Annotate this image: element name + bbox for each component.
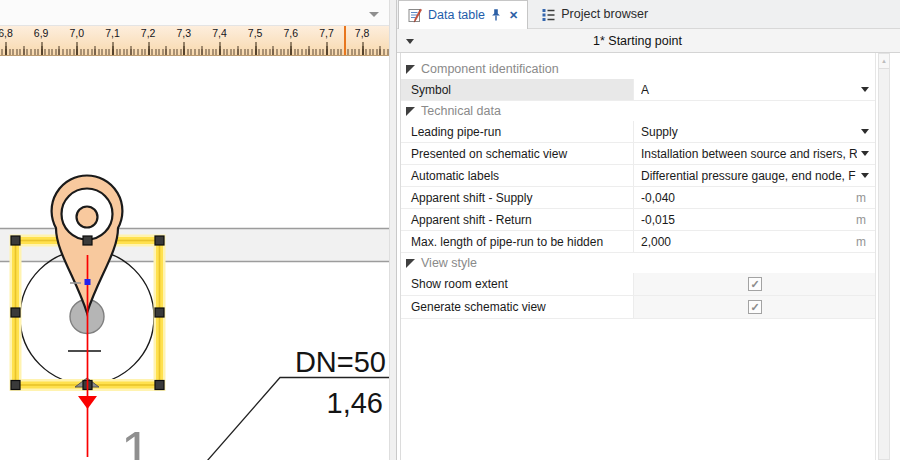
scroll-up-icon[interactable]: ▲ — [879, 54, 889, 69]
property-value[interactable]: -0,040m — [634, 187, 875, 208]
node-number-label: 1 — [121, 420, 151, 460]
ruler-cursor-marker — [344, 26, 346, 56]
selection-handle[interactable] — [11, 381, 20, 390]
selection-handle[interactable] — [11, 308, 20, 317]
ruler-tick-label: 7,7 — [319, 27, 334, 39]
checkbox[interactable]: ✓ — [748, 300, 762, 314]
ruler-tick-label: 7,0 — [70, 27, 85, 39]
group-header[interactable]: View style — [401, 253, 875, 273]
vertical-scrollbar[interactable]: ▲ — [878, 53, 890, 460]
dropdown-arrow-icon[interactable] — [861, 129, 869, 134]
property-value[interactable]: Differential pressure gauge, end node, F — [634, 165, 875, 186]
group-label: View style — [421, 256, 477, 270]
selection-handle[interactable] — [155, 236, 164, 245]
property-value[interactable]: Installation between source and risers, … — [634, 143, 875, 164]
tab-label: Data table — [428, 8, 485, 22]
property-row: Presented on schematic viewInstallation … — [401, 143, 875, 165]
close-icon[interactable]: ✕ — [507, 9, 518, 22]
value-text: A — [641, 83, 857, 97]
ruler-tick-label: 6,9 — [34, 27, 49, 39]
value-text: Differential pressure gauge, end node, F — [641, 169, 857, 183]
dropdown-arrow-icon[interactable] — [861, 87, 869, 92]
canvas-toolbar-strip — [0, 0, 389, 26]
ruler-tick-label: 7,1 — [105, 27, 120, 39]
project-browser-icon — [541, 7, 556, 22]
ruler-tick-label: 6,8 — [0, 27, 13, 39]
value-text: -0,015 — [641, 213, 852, 227]
property-row: Generate schematic view✓ — [401, 296, 875, 319]
snap-point — [85, 279, 91, 285]
selected-object-title: 1* Starting point — [397, 29, 878, 53]
property-value[interactable]: ✓ — [634, 296, 875, 318]
property-row: SymbolA — [401, 79, 875, 101]
property-value[interactable]: -0,015m — [634, 209, 875, 230]
expander-icon — [406, 65, 415, 74]
app-window: 6,86,97,07,17,27,37,47,57,67,77,8 DN=50 … — [0, 0, 900, 460]
value-text: -0,040 — [641, 191, 852, 205]
property-value[interactable]: 2,000m — [634, 231, 875, 252]
property-label[interactable]: Show room extent — [401, 273, 634, 295]
property-label[interactable]: Symbol — [401, 79, 634, 100]
ruler-tick-label: 7,3 — [176, 27, 191, 39]
property-label[interactable]: Presented on schematic view — [401, 143, 634, 164]
pin-center-dot — [77, 207, 98, 228]
group-label: Technical data — [421, 104, 501, 118]
property-grid: Component identificationSymbolATechnical… — [400, 53, 876, 460]
ruler-tick-label: 7,2 — [141, 27, 156, 39]
property-row: Apparent shift - Return-0,015m — [401, 209, 875, 231]
pin-icon[interactable] — [490, 8, 502, 22]
property-row: Apparent shift - Supply-0,040m — [401, 187, 875, 209]
property-label[interactable]: Generate schematic view — [401, 296, 634, 318]
drawing-canvas[interactable]: DN=50 1,46 1 — [0, 56, 389, 460]
panel-header: 1* Starting point — [397, 29, 900, 53]
property-label[interactable]: Apparent shift - Supply — [401, 187, 634, 208]
ruler-ticks-major — [0, 42, 389, 55]
ruler-tick-label: 7,8 — [355, 27, 370, 39]
expander-icon — [406, 107, 415, 116]
value-text: Supply — [641, 125, 857, 139]
unit-label: m — [856, 235, 869, 249]
selection-handle[interactable] — [11, 236, 20, 245]
value-text: Installation between source and risers, … — [641, 147, 857, 161]
panel-tabbar: Data table ✕ Project browser — [397, 0, 900, 29]
property-row: Show room extent✓ — [401, 273, 875, 296]
property-row: Max. length of pipe-run to be hidden2,00… — [401, 231, 875, 253]
property-value[interactable]: Supply — [634, 121, 875, 142]
panel-splitter[interactable] — [389, 0, 397, 460]
property-label[interactable]: Apparent shift - Return — [401, 209, 634, 230]
group-header[interactable]: Component identification — [401, 59, 875, 79]
canvas-area[interactable]: 6,86,97,07,17,27,37,47,57,67,77,8 DN=50 … — [0, 0, 389, 460]
dropdown-arrow-icon[interactable] — [861, 173, 869, 178]
horizontal-ruler: 6,86,97,07,17,27,37,47,57,67,77,8 — [0, 26, 389, 56]
property-value[interactable]: A — [634, 79, 875, 100]
unit-label: m — [856, 191, 869, 205]
property-value[interactable]: ✓ — [634, 273, 875, 295]
unit-label: m — [856, 213, 869, 227]
property-row: Automatic labelsDifferential pressure ga… — [401, 165, 875, 187]
property-label[interactable]: Leading pipe-run — [401, 121, 634, 142]
dropdown-arrow-icon[interactable] — [861, 151, 869, 156]
group-label: Component identification — [421, 62, 559, 76]
dn-label: DN=50 — [295, 346, 386, 378]
selection-handle[interactable] — [83, 236, 92, 245]
property-label[interactable]: Automatic labels — [401, 165, 634, 186]
flow-arrow-icon — [78, 396, 97, 409]
ruler-tick-label: 7,6 — [283, 27, 298, 39]
property-label[interactable]: Max. length of pipe-run to be hidden — [401, 231, 634, 252]
selection-handle[interactable] — [155, 308, 164, 317]
property-row: Leading pipe-runSupply — [401, 121, 875, 143]
data-panel: Data table ✕ Project browser 1* Start — [397, 0, 900, 460]
expander-icon — [406, 259, 415, 268]
data-table-icon — [408, 8, 423, 23]
checkbox[interactable]: ✓ — [748, 277, 762, 291]
ruler-tick-label: 7,5 — [248, 27, 263, 39]
ruler-tick-label: 7,4 — [212, 27, 227, 39]
flow-value-label: 1,46 — [327, 387, 383, 419]
tab-label: Project browser — [561, 7, 648, 21]
tab-project-browser[interactable]: Project browser — [532, 0, 657, 28]
tab-data-table[interactable]: Data table ✕ — [398, 0, 528, 29]
selection-handle[interactable] — [155, 381, 164, 390]
group-header[interactable]: Technical data — [401, 101, 875, 121]
chevron-down-icon[interactable] — [369, 12, 379, 17]
value-text: 2,000 — [641, 235, 852, 249]
